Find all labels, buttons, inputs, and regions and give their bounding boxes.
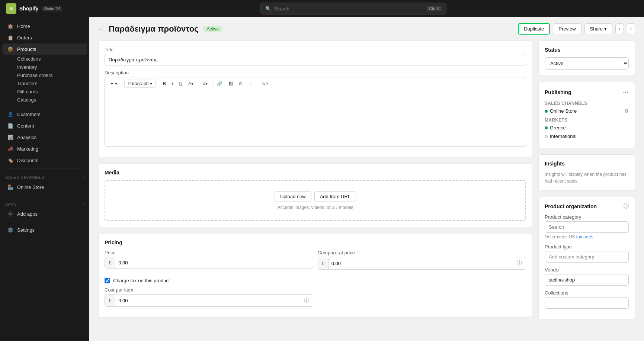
description-editor-body[interactable] [105,90,526,146]
sidebar-item-discounts[interactable]: 🏷️ Discounts [2,155,87,166]
font-color-button[interactable]: A▾ [186,80,196,87]
greece-row: Greece [545,125,629,131]
share-chevron-icon: ▾ [604,26,607,32]
page-header: ← Παράδειγμα προϊόντος Active Duplicate … [89,17,644,41]
nav-next-button[interactable]: › [627,23,635,34]
cost-input-wrapper: € ⓘ [105,294,313,307]
search-shortcut: Ctrl K [427,6,442,11]
sidebar-item-orders[interactable]: 📋 Orders [2,32,87,43]
vendor-input[interactable] [545,274,629,286]
sidebar-item-customers[interactable]: 👤 Customers [2,109,87,120]
sidebar-sub-purchase-orders[interactable]: Purchase orders [2,71,87,79]
publishing-card-title: Publishing [545,89,571,95]
media-buttons: Upload new Add from URL [275,191,356,202]
title-input[interactable] [105,54,526,65]
editor-magic-btn[interactable]: ✦ ▾ [108,80,119,87]
online-store-label: Online Store [545,108,577,114]
sidebar-sub-transfers[interactable]: Transfers [2,80,87,87]
add-from-url-button[interactable]: Add from URL [314,191,356,202]
product-org-card: Product organization ⓘ Product category … [538,197,635,319]
sidebar-item-label: Analytics [17,135,36,140]
sidebar-item-label: Customers [17,112,41,117]
search-input[interactable]: 🔍 Search Ctrl K [260,3,446,15]
underline-button[interactable]: U [177,80,185,87]
align-button[interactable]: ≡▾ [201,80,210,87]
apps-expand-icon[interactable]: › [83,202,84,206]
online-store-settings-icon[interactable]: ⚙ [624,108,629,114]
page-main-column: Title Description ✦ ▾ Paragraph ▾ [98,41,532,319]
product-type-input[interactable] [545,251,629,263]
code-button[interactable]: </> [259,80,270,87]
sales-channels-expand-icon[interactable]: › [83,175,84,180]
product-category-input[interactable] [545,221,629,233]
international-row: International [545,133,629,139]
link-button[interactable]: 🔗 [215,80,225,87]
preview-button[interactable]: Preview [553,23,581,34]
product-category-group: Product category Determines US tax rates [545,214,629,239]
sidebar-item-content[interactable]: 📄 Content [2,120,87,131]
share-button[interactable]: Share ▾ [584,23,613,34]
greece-dot [545,126,548,129]
more-button[interactable]: ··· [246,80,254,87]
cost-input[interactable] [115,295,300,306]
page-header-left: ← Παράδειγμα προϊόντος Active [98,24,222,34]
pricing-grid: Price € Compare-at price € ⓘ [105,250,526,274]
product-type-group: Product type [545,244,629,263]
media-dropzone[interactable]: Upload new Add from URL Accepts images, … [105,180,526,221]
sidebar-item-add-apps[interactable]: ➕ Add apps [2,208,87,219]
publishing-menu-icon[interactable]: ⋯ [622,88,629,96]
back-button[interactable]: ← [98,26,104,32]
title-group: Title [105,47,526,65]
nav-prev-button[interactable]: ‹ [615,23,624,34]
media-card-title: Media [105,170,526,176]
toolbar-sep-1 [122,80,122,87]
product-category-label: Product category [545,214,629,220]
divider-3 [5,195,84,195]
sidebar-item-label: Products [17,46,36,52]
product-type-label: Product type [545,244,629,250]
winter-badge: Winter '24 [41,6,63,12]
product-org-info-icon[interactable]: ⓘ [624,203,629,210]
sidebar-item-products[interactable]: 📦 Products [2,44,87,55]
compare-price-input[interactable] [329,258,513,269]
sidebar-sub-gift-cards[interactable]: Gift cards [2,88,87,96]
sidebar-item-analytics[interactable]: 📊 Analytics [2,132,87,143]
italic-button[interactable]: I [170,80,175,87]
topbar: S Shopify Winter '24 🔍 Search Ctrl K [0,0,644,17]
image-button[interactable]: 🖼 [226,80,235,87]
sidebar-sub-inventory[interactable]: Inventory [2,63,87,71]
sidebar-item-label: Content [17,123,34,129]
tax-rates-link[interactable]: tax rates [576,234,593,239]
sidebar-item-label: Add apps [17,211,38,217]
products-icon: 📦 [7,46,13,52]
sidebar-sub-catalogs[interactable]: Catalogs [2,96,87,104]
sidebar-item-label: Home [17,23,30,29]
price-input-wrapper: € [105,257,313,268]
charge-tax-row: Charge tax on this product [105,278,526,283]
home-icon: 🏠 [7,23,13,29]
page-title: Παράδειγμα προϊόντος [109,24,199,34]
price-label: Price [105,250,313,255]
page-header-right: Duplicate Preview Share ▾ ‹ › [518,23,635,35]
sidebar-item-home[interactable]: 🏠 Home [2,20,87,32]
inventory-label: Inventory [17,64,37,70]
video-button[interactable]: ⊙ [237,80,245,87]
sidebar-item-online-store[interactable]: 🏪 Online Store [2,181,87,193]
sidebar-item-settings[interactable]: ⚙️ Settings [2,224,87,235]
bold-button[interactable]: B [160,80,168,87]
sidebar-item-label: Settings [17,227,35,233]
price-input[interactable] [115,257,313,268]
sidebar: 🏠 Home 📋 Orders 📦 Products Collections I… [0,17,89,341]
status-select[interactable]: Active Draft [545,57,629,70]
duplicate-button[interactable]: Duplicate [518,23,550,35]
charge-tax-checkbox[interactable] [105,278,110,283]
description-editor: ✦ ▾ Paragraph ▾ B I U A▾ [105,77,526,147]
cost-info-icon: ⓘ [300,295,313,306]
sidebar-sub-collections[interactable]: Collections [2,55,87,63]
paragraph-label: Paragraph [128,81,148,86]
paragraph-dropdown[interactable]: Paragraph ▾ [124,80,156,88]
collections-input[interactable] [545,297,629,309]
sidebar-item-marketing[interactable]: 📣 Marketing [2,143,87,154]
upload-new-button[interactable]: Upload new [275,191,311,202]
online-store-text: Online Store [550,108,577,114]
